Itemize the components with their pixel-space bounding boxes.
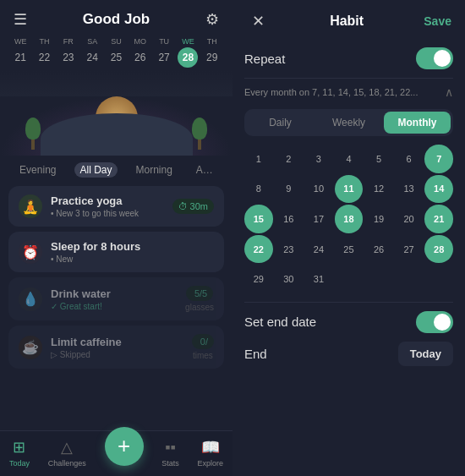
calendar-cell-13[interactable]: 13 — [395, 175, 424, 204]
calendar-cell-24[interactable]: 24 — [304, 235, 333, 264]
week-day-24[interactable]: SA 24 — [82, 37, 102, 68]
week-day-22[interactable]: TH 22 — [34, 37, 54, 68]
calendar-cell-empty — [364, 265, 393, 293]
calendar-cell-4[interactable]: 4 — [335, 145, 364, 173]
calendar-cell-14[interactable]: 14 — [424, 175, 453, 204]
filter-tab-morning[interactable]: Morning — [131, 162, 178, 178]
nav-explore-label: Explore — [198, 459, 224, 468]
week-day-num: 29 — [202, 47, 222, 68]
nav-explore[interactable]: 📖 Explore — [198, 438, 224, 468]
calendar-cell-6[interactable]: 6 — [395, 145, 424, 173]
nav-stats[interactable]: ▪▪ Stats — [161, 439, 179, 468]
calendar: 1234567891011121314151617181920212223242… — [244, 145, 453, 293]
end-section: Set end date End Today — [244, 302, 453, 366]
calendar-cell-25[interactable]: 25 — [335, 235, 364, 264]
calendar-cell-15[interactable]: 15 — [244, 205, 273, 233]
set-end-date-row: Set end date — [244, 311, 453, 333]
week-day-28[interactable]: WE 28 — [178, 37, 198, 68]
calendar-cell-11[interactable]: 11 — [335, 175, 364, 204]
week-day-label: FR — [63, 37, 74, 46]
habit-sub: ▷ Skipped — [51, 350, 183, 359]
week-day-num: 26 — [130, 47, 150, 68]
calendar-cell-9[interactable]: 9 — [275, 175, 304, 204]
nav-challenges[interactable]: △ Challenges — [48, 438, 86, 468]
calendar-cell-22[interactable]: 22 — [244, 235, 273, 264]
menu-icon[interactable]: ☰ — [14, 10, 27, 29]
calendar-cell-12[interactable]: 12 — [364, 175, 393, 204]
calendar-week-row: 15161718192021 — [244, 205, 453, 233]
calendar-cell-26[interactable]: 26 — [364, 235, 393, 264]
save-button[interactable]: Save — [424, 14, 451, 28]
calendar-cell-10[interactable]: 10 — [304, 175, 333, 204]
repeat-toggle[interactable] — [416, 47, 453, 69]
calendar-cell-8[interactable]: 8 — [244, 175, 273, 204]
end-date-value[interactable]: Today — [398, 342, 453, 366]
week-day-25[interactable]: SU 25 — [106, 37, 126, 68]
calendar-cell-21[interactable]: 21 — [424, 205, 453, 233]
close-button[interactable]: ✕ — [246, 12, 270, 30]
calendar-cell-16[interactable]: 16 — [275, 205, 304, 233]
add-habit-button[interactable]: + — [105, 427, 144, 466]
explore-icon: 📖 — [201, 438, 220, 457]
habit-item-sleep[interactable]: ⏰ Sleep for 8 hours • New — [8, 232, 224, 272]
badge-text: 0/ — [200, 336, 208, 347]
calendar-week-row: 1234567 — [244, 145, 453, 173]
habit-info-water: Drink water ✓ Great start! — [51, 287, 177, 311]
habit-name: Limit caffeine — [51, 336, 183, 348]
calendar-cell-1[interactable]: 1 — [244, 145, 273, 173]
calendar-cell-31[interactable]: 31 — [304, 265, 333, 293]
week-day-num: 23 — [58, 47, 79, 68]
week-day-label: MO — [134, 37, 147, 46]
panel-content: Repeat Every month on 7, 11, 14, 15, 18,… — [232, 39, 465, 476]
week-day-26[interactable]: MO 26 — [130, 37, 150, 68]
calendar-cell-5[interactable]: 5 — [364, 145, 393, 173]
calendar-cell-3[interactable]: 3 — [304, 145, 333, 173]
repeat-description: Every month on 7, 11, 14, 15, 18, 21, 22… — [244, 87, 445, 97]
habit-right: 5/5 glasses — [185, 286, 214, 312]
settings-icon[interactable]: ⚙ — [205, 10, 219, 29]
repeat-label: Repeat — [244, 52, 285, 66]
nav-stats-label: Stats — [161, 459, 179, 468]
calendar-cell-23[interactable]: 23 — [275, 235, 304, 264]
week-day-label: WE — [14, 37, 27, 46]
end-date-row: End Today — [244, 342, 453, 366]
filter-tab-all-day[interactable]: All Day — [74, 162, 117, 178]
nav-today[interactable]: ⊞ Today — [9, 438, 30, 468]
habit-name: Practice yoga — [51, 194, 164, 207]
set-end-date-toggle[interactable] — [416, 311, 453, 333]
freq-tab-monthly[interactable]: Monthly — [384, 112, 451, 134]
week-day-27[interactable]: TU 27 — [154, 37, 174, 68]
badge-text: 5/5 — [194, 288, 207, 298]
challenges-icon: △ — [61, 438, 73, 457]
week-day-23[interactable]: FR 23 — [58, 37, 79, 68]
filter-tab-a…[interactable]: A… — [191, 162, 218, 178]
habit-badge: 0/ — [192, 334, 214, 349]
habit-sub: ✓ Great start! — [51, 302, 177, 311]
calendar-cell-20[interactable]: 20 — [395, 205, 424, 233]
calendar-cell-27[interactable]: 27 — [395, 235, 424, 264]
calendar-cell-29[interactable]: 29 — [244, 265, 273, 293]
week-day-num: 24 — [82, 47, 102, 68]
calendar-cell-7[interactable]: 7 — [424, 145, 453, 173]
habit-item-water[interactable]: 💧 Drink water ✓ Great start! 5/5 glasses — [8, 277, 224, 320]
bottom-nav: ⊞ Today △ Challenges + ▪▪ Stats 📖 Explor… — [0, 430, 232, 476]
calendar-cell-17[interactable]: 17 — [304, 205, 333, 233]
calendar-cell-28[interactable]: 28 — [424, 235, 453, 264]
calendar-cell-30[interactable]: 30 — [275, 265, 304, 293]
week-day-29[interactable]: TH 29 — [202, 37, 222, 68]
freq-tab-daily[interactable]: Daily — [247, 112, 314, 134]
habit-item-yoga[interactable]: 🧘 Practice yoga • New 3 to go this week … — [8, 186, 224, 227]
filter-tabs: EveningAll DayMorningA… — [0, 156, 232, 183]
habit-icon-water: 💧 — [19, 287, 42, 311]
habit-item-caffeine[interactable]: ☕ Limit caffeine ▷ Skipped 0/ times — [8, 326, 224, 369]
filter-tab-evening[interactable]: Evening — [14, 162, 61, 178]
week-day-21[interactable]: WE 21 — [10, 37, 30, 68]
left-header: ☰ Good Job ⚙ — [0, 0, 232, 34]
freq-tab-weekly[interactable]: Weekly — [315, 112, 382, 134]
calendar-cell-19[interactable]: 19 — [364, 205, 393, 233]
week-day-num: 27 — [154, 47, 174, 68]
calendar-cell-18[interactable]: 18 — [335, 205, 364, 233]
habit-unit: glasses — [185, 303, 214, 312]
habit-icon-sleep: ⏰ — [19, 240, 42, 264]
calendar-cell-2[interactable]: 2 — [275, 145, 304, 173]
